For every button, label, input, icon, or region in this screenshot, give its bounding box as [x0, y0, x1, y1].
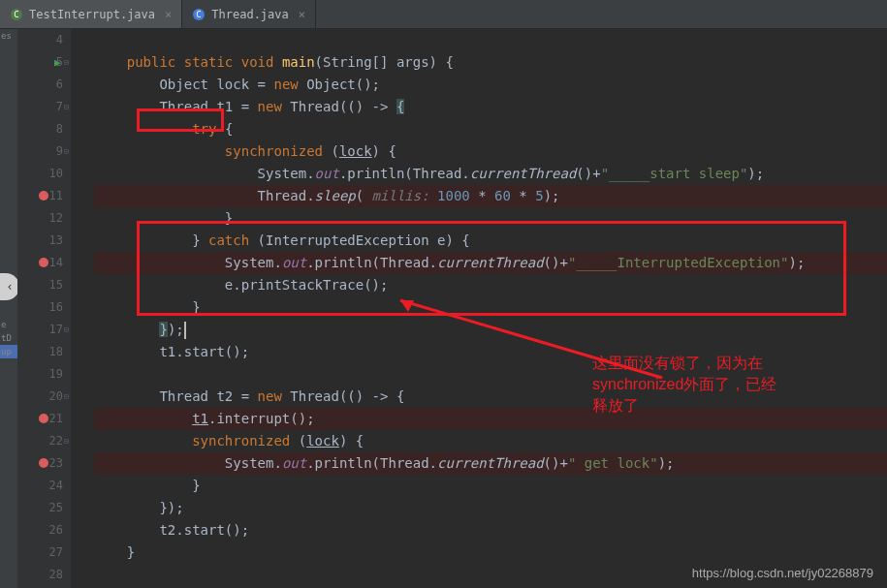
gutter[interactable]: 4 5▶⊟ 6 7⊟ 8 9⊟ 10 11 12 13 14 15 16 17⊟…	[17, 29, 71, 588]
breakpoint-icon[interactable]	[39, 414, 48, 423]
svg-text:C: C	[197, 10, 202, 19]
code-editor[interactable]: public static void main(String[] args) {…	[71, 29, 887, 588]
run-icon[interactable]: ▶	[54, 51, 61, 74]
java-class-icon: C	[192, 8, 206, 21]
watermark: https://blog.csdn.net/jy02268879	[692, 566, 873, 580]
svg-text:C: C	[14, 10, 18, 19]
tab-label: Thread.java	[211, 8, 288, 21]
tool-window-strip: esituetDup	[0, 29, 17, 588]
tab-label: TestInterrupt.java	[29, 8, 155, 21]
breakpoint-icon[interactable]	[39, 458, 48, 468]
java-class-icon: C	[10, 8, 23, 21]
close-icon[interactable]: ×	[299, 8, 305, 21]
breakpoint-icon[interactable]	[39, 191, 48, 201]
tab-testinterrupt[interactable]: C TestInterrupt.java ×	[0, 0, 182, 28]
breakpoint-icon[interactable]	[39, 258, 48, 267]
annotation-text: 这里面没有锁了，因为在 synchronized外面了，已经 释放了	[592, 353, 776, 417]
tab-thread[interactable]: C Thread.java ×	[182, 0, 316, 28]
close-icon[interactable]: ×	[165, 8, 172, 21]
